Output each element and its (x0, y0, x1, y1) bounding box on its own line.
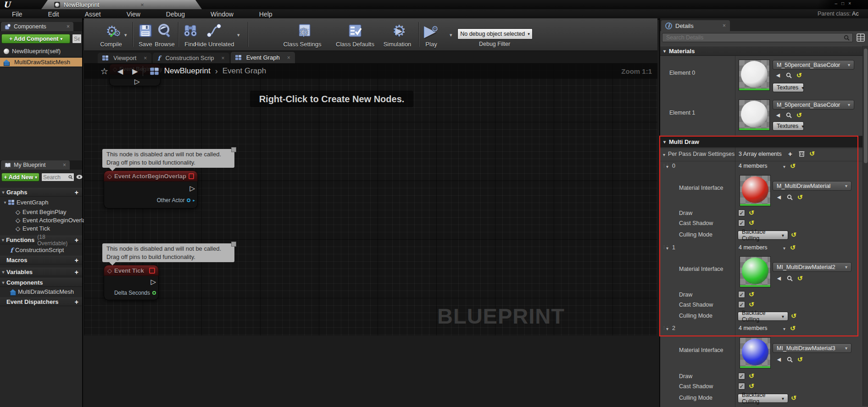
debug-object-dropdown[interactable]: No debug object selected▾ (457, 28, 533, 39)
tree-item-multidrawstaticmesh[interactable]: MultiDrawStaticMesh (0, 287, 92, 296)
display-options-icon[interactable] (857, 33, 865, 42)
draw-checkbox[interactable]: ✓ (738, 373, 745, 380)
browse-to-asset-icon[interactable] (787, 194, 793, 200)
section-graphs[interactable]: ▾ Graphs + (0, 188, 82, 197)
tree-item-constructionscript[interactable]: f ConstructionScript (0, 246, 92, 254)
use-selected-asset-icon[interactable]: ◄ (776, 356, 782, 363)
exec-pin-icon[interactable]: ▷ (150, 278, 156, 286)
collapse-arrow-icon[interactable]: ▾ (0, 190, 6, 195)
tab-viewport[interactable]: Viewport × (98, 53, 151, 63)
material-select-dropdown[interactable]: MI_MultiDrawMaterial2▾ (773, 262, 851, 272)
add-new-button[interactable]: + Add New▾ (1, 173, 39, 182)
section-components[interactable]: ▾ Components (0, 278, 82, 287)
textures-dropdown[interactable]: Textures▾ (773, 83, 804, 92)
add-component-button[interactable]: + Add Component▾ (1, 34, 70, 44)
tab-close-icon[interactable]: × (287, 55, 290, 61)
visibility-eye-icon[interactable] (76, 175, 83, 179)
section-multi-draw[interactable]: ▾ Multi Draw (660, 136, 868, 148)
menu-file[interactable]: File (0, 11, 36, 18)
section-materials[interactable]: ▾ Materials (660, 46, 868, 56)
document-tab-close-icon[interactable]: × (140, 1, 144, 8)
draw-checkbox[interactable]: ✓ (738, 291, 745, 298)
class-defaults-button[interactable]: Class Defaults (333, 21, 377, 48)
cast-shadow-checkbox[interactable]: ✓ (738, 301, 745, 308)
material-select-dropdown[interactable]: M_50percent_BaseColor▾ (773, 60, 854, 70)
add-function-button[interactable]: + (75, 236, 78, 244)
nav-forward-icon[interactable]: ▶ (132, 67, 138, 76)
play-options-caret-icon[interactable]: ▾ (450, 32, 452, 38)
collapse-arrow-icon[interactable]: ▾ (663, 152, 665, 157)
hide-unrelated-caret-icon[interactable]: ▾ (237, 32, 240, 38)
reset-to-default-icon[interactable]: ↺ (791, 313, 796, 319)
caret-down-icon[interactable]: ▾ (783, 164, 785, 169)
breadcrumb-root[interactable]: NewBlueprint (164, 66, 211, 76)
favorite-star-icon[interactable]: ☆ (100, 66, 108, 77)
menu-help[interactable]: Help (247, 11, 286, 18)
float-pin-icon[interactable] (152, 291, 156, 295)
browse-to-asset-icon[interactable] (786, 72, 792, 78)
material-select-dropdown[interactable]: MI_MultiDrawMaterial3▾ (773, 343, 851, 353)
my-blueprint-search-field[interactable] (43, 174, 68, 181)
tab-construction-script[interactable]: f Construction Scrip × (153, 53, 229, 63)
collapse-arrow-icon[interactable]: ▾ (0, 280, 6, 285)
restore-icon[interactable]: □ (841, 1, 848, 6)
reset-to-default-icon[interactable]: ↺ (749, 301, 754, 308)
material-select-dropdown[interactable]: M_50percent_BaseColor▾ (773, 100, 854, 110)
draw-checkbox[interactable]: ✓ (738, 209, 745, 216)
tab-close-icon[interactable]: × (144, 55, 147, 61)
menu-asset[interactable]: Asset (73, 11, 115, 18)
collapse-arrow-icon[interactable]: ▾ (2, 200, 8, 205)
tab-close-icon[interactable]: × (67, 23, 70, 30)
culling-mode-dropdown[interactable]: Backface Culling▾ (738, 394, 788, 403)
section-functions[interactable]: ▾ Functions (18 Overridable) + (0, 236, 82, 244)
menu-view[interactable]: View (115, 11, 154, 18)
details-scrollbar[interactable] (862, 46, 868, 406)
component-row-multidrawstaticmesh[interactable]: MultiDrawStaticMesh (0, 58, 82, 66)
tab-components[interactable]: Components × (1, 22, 73, 31)
tab-close-icon[interactable]: × (222, 55, 225, 61)
textures-dropdown[interactable]: Textures▾ (773, 121, 804, 131)
section-event-dispatchers[interactable]: ▾ Event Dispatchers + (0, 297, 82, 306)
reset-to-default-icon[interactable]: ↺ (749, 383, 754, 389)
tab-close-icon[interactable]: × (63, 162, 66, 168)
caret-down-icon[interactable]: ▾ (783, 246, 785, 251)
node-event-tick[interactable]: ◇ Event Tick ▷ Delta Seconds (104, 265, 159, 300)
reset-to-default-icon[interactable]: ↺ (796, 72, 802, 78)
add-event-dispatcher-button[interactable]: + (75, 298, 78, 306)
object-pin-icon[interactable] (187, 198, 190, 202)
compile-options-caret-icon[interactable]: ▾ (124, 32, 127, 38)
material-thumbnail[interactable] (740, 175, 771, 206)
reset-to-default-icon[interactable]: ↺ (791, 231, 796, 238)
graph-canvas[interactable]: ◇ Event BeginPlay ▷ ☆ ◀ ▶ NewBlueprint ›… (84, 63, 657, 336)
exec-pin-icon[interactable]: ▷ (189, 184, 195, 192)
reset-to-default-icon[interactable]: ↺ (797, 356, 803, 363)
material-thumbnail[interactable] (740, 337, 771, 368)
tab-event-graph[interactable]: Event Graph × (231, 52, 295, 63)
browse-to-asset-icon[interactable] (787, 275, 793, 281)
details-search-input[interactable] (662, 33, 853, 42)
cast-shadow-checkbox[interactable]: ✓ (738, 220, 745, 226)
use-selected-asset-icon[interactable]: ◄ (776, 194, 782, 200)
browse-to-asset-icon[interactable] (787, 357, 793, 363)
components-search-input[interactable] (72, 34, 82, 44)
use-selected-asset-icon[interactable]: ◄ (775, 72, 781, 78)
caret-down-icon[interactable]: ▾ (783, 326, 785, 331)
tab-details[interactable]: i Details × (661, 20, 730, 31)
reset-to-default-icon[interactable]: ↺ (797, 275, 803, 281)
node-event-actorbeginoverlap[interactable]: ◇ Event ActorBeginOverlap ▷ Other Actor … (104, 170, 198, 209)
cast-shadow-checkbox[interactable]: ✓ (738, 383, 745, 390)
reset-to-default-icon[interactable]: ↺ (791, 395, 796, 401)
reset-to-default-icon[interactable]: ↺ (790, 325, 796, 331)
material-thumbnail[interactable] (739, 60, 770, 91)
pin-other-actor[interactable]: Other Actor ▸ (157, 197, 195, 204)
tab-my-blueprint[interactable]: My Blueprint × (1, 160, 70, 170)
play-button[interactable]: ▶ ⚙ Play (414, 21, 449, 48)
tab-close-icon[interactable]: × (723, 22, 726, 29)
collapse-arrow-icon[interactable]: ▾ (666, 246, 668, 251)
window-controls[interactable]: –□× (835, 1, 855, 6)
collapse-arrow-icon[interactable]: ▾ (0, 270, 6, 275)
reset-to-default-icon[interactable]: ↺ (797, 194, 803, 200)
material-thumbnail[interactable] (740, 256, 771, 287)
add-graph-button[interactable]: + (75, 189, 78, 196)
delete-array-icon[interactable] (799, 150, 805, 157)
